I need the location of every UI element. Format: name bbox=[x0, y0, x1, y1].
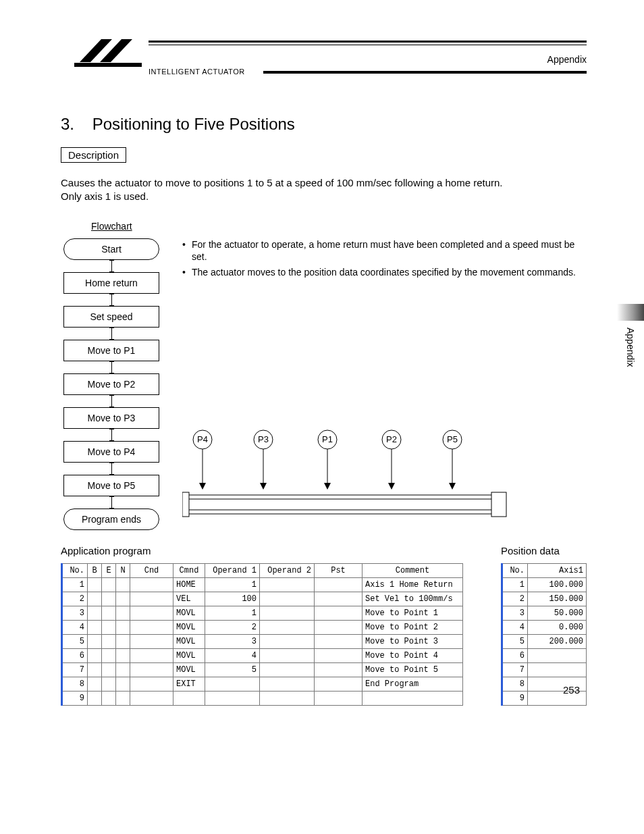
table-header: No. bbox=[502, 564, 528, 578]
appendix-label-top: Appendix bbox=[547, 54, 587, 65]
description-text: Causes the actuator to move to positions… bbox=[61, 176, 587, 204]
table-row: 7 bbox=[502, 663, 587, 677]
svg-marker-15 bbox=[324, 483, 331, 490]
flow-step: Start bbox=[63, 238, 159, 260]
table-row: 8EXITEnd Program bbox=[62, 677, 463, 692]
description-line-1: Causes the actuator to move to positions… bbox=[61, 176, 587, 190]
brand-line bbox=[263, 71, 327, 72]
table-row: 9 bbox=[62, 692, 463, 706]
flow-step: Move to P3 bbox=[63, 407, 159, 429]
position-label: P3 bbox=[258, 434, 269, 444]
flow-step: Move to P4 bbox=[63, 441, 159, 463]
svg-marker-12 bbox=[260, 483, 267, 490]
position-data-block: Position data No.Axis11100.0002150.00035… bbox=[501, 545, 587, 706]
table-row: 6 bbox=[502, 649, 587, 663]
svg-rect-4 bbox=[186, 499, 503, 510]
page-number: 253 bbox=[563, 684, 580, 696]
table-header: Cnd bbox=[130, 564, 173, 578]
section-number: 3. bbox=[61, 115, 74, 133]
svg-rect-2 bbox=[74, 63, 142, 67]
flow-step: Home return bbox=[63, 272, 159, 294]
section-title: 3. Positioning to Five Positions bbox=[61, 115, 587, 134]
flow-connector bbox=[111, 328, 112, 340]
svg-rect-5 bbox=[491, 492, 506, 517]
table-header: Operand 2 bbox=[260, 564, 315, 578]
flow-connector bbox=[111, 463, 112, 475]
flowchart: StartHome returnSet speedMove to P1Move … bbox=[61, 238, 162, 532]
table-row: 3MOVL1Move to Point 1 bbox=[62, 606, 463, 621]
description-label: Description bbox=[61, 147, 126, 163]
table-row: 5MOVL3Move to Point 3 bbox=[62, 635, 463, 649]
flow-connector bbox=[111, 496, 112, 509]
svg-rect-6 bbox=[182, 492, 189, 517]
table-header: N bbox=[116, 564, 130, 578]
brand-text: INTELLIGENT ACTUATOR bbox=[149, 68, 245, 76]
application-program-block: Application program No.BENCndCmndOperand… bbox=[61, 545, 463, 706]
flow-step: Move to P1 bbox=[63, 340, 159, 361]
position-label: P5 bbox=[447, 434, 458, 444]
table-row: 6MOVL4Move to Point 4 bbox=[62, 649, 463, 663]
flow-connector bbox=[111, 361, 112, 373]
flow-connector bbox=[111, 260, 112, 272]
flowchart-label: Flowchart bbox=[91, 221, 587, 232]
table-header: Cmnd bbox=[173, 564, 205, 578]
flow-step: Program ends bbox=[63, 509, 159, 530]
positions-diagram: P4P3P1P2P5 bbox=[182, 427, 587, 531]
application-program-table: No.BENCndCmndOperand 1Operand 2PstCommen… bbox=[61, 563, 463, 706]
table-header: Operand 1 bbox=[205, 564, 260, 578]
table-row: 350.000 bbox=[502, 606, 587, 621]
table-header: No. bbox=[62, 564, 88, 578]
brand-logo-icon bbox=[74, 34, 142, 71]
side-tab-label: Appendix bbox=[625, 328, 636, 367]
table-row: 2150.000 bbox=[502, 592, 587, 606]
note-2: The actuator moves to the position data … bbox=[192, 266, 576, 279]
notes: •For the actuator to operate, a home ret… bbox=[182, 238, 587, 280]
flow-connector bbox=[111, 429, 112, 441]
flow-step: Set speed bbox=[63, 306, 159, 328]
table-row: 7MOVL5Move to Point 5 bbox=[62, 663, 463, 677]
side-tab: Appendix bbox=[617, 304, 644, 398]
table-header: E bbox=[102, 564, 116, 578]
table-header: Pst bbox=[315, 564, 363, 578]
table-row: 1100.000 bbox=[502, 578, 587, 592]
flow-connector bbox=[111, 294, 112, 306]
svg-marker-21 bbox=[449, 483, 456, 490]
table-row: 1HOME1Axis 1 Home Return bbox=[62, 578, 463, 592]
flow-step: Move to P2 bbox=[63, 373, 159, 395]
note-1: For the actuator to operate, a home retu… bbox=[192, 238, 587, 264]
svg-marker-9 bbox=[199, 483, 206, 490]
table-header: B bbox=[88, 564, 102, 578]
description-line-2: Only axis 1 is used. bbox=[61, 190, 587, 203]
position-label: P4 bbox=[197, 434, 208, 444]
section-heading: Positioning to Five Positions bbox=[92, 115, 295, 133]
table-header: Comment bbox=[363, 564, 463, 578]
flow-step: Move to P5 bbox=[63, 475, 159, 496]
table-row: 4MOVL2Move to Point 2 bbox=[62, 621, 463, 635]
position-data-title: Position data bbox=[501, 545, 587, 556]
table-header: Axis1 bbox=[528, 564, 587, 578]
table-row: 5200.000 bbox=[502, 635, 587, 649]
svg-marker-18 bbox=[388, 483, 395, 490]
table-row: 40.000 bbox=[502, 621, 587, 635]
position-label: P1 bbox=[322, 434, 333, 444]
table-row: 2VEL100Set Vel to 100mm/s bbox=[62, 592, 463, 606]
flow-connector bbox=[111, 395, 112, 407]
application-program-title: Application program bbox=[61, 545, 463, 556]
position-label: P2 bbox=[386, 434, 397, 444]
